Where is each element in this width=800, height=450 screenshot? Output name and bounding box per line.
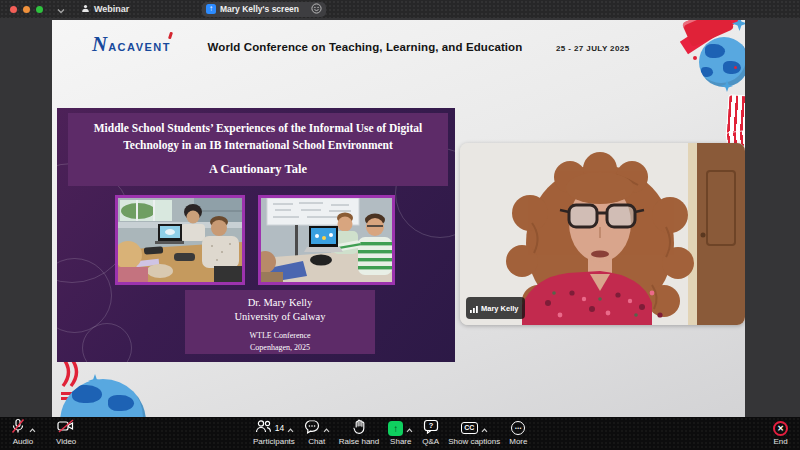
participant-name-label: Mary Kelly (466, 297, 525, 319)
webinar-label: Webinar (94, 4, 129, 14)
audio-button[interactable]: Audio (10, 417, 36, 446)
raised-hand-icon (353, 419, 366, 438)
meeting-toolbar: Audio Video (0, 417, 800, 450)
qa-button[interactable]: ? Q&A (422, 417, 439, 446)
video-button[interactable]: Video (56, 417, 76, 446)
shared-screen-tab[interactable]: ↑ Mary Kelly's screen (202, 2, 326, 17)
slide-title: Middle School Students’ Experiences of t… (80, 120, 436, 153)
conference-title: World Conference on Teaching, Learning, … (190, 41, 540, 53)
captions-chevron-icon[interactable] (481, 419, 488, 437)
menubar: Webinar ↑ Mary Kelly's screen (0, 0, 800, 18)
end-meeting-button[interactable]: ✕ End (773, 417, 788, 446)
sparkle-icon (732, 20, 745, 35)
participant-name: Mary Kelly (481, 304, 519, 313)
share-button[interactable]: ↑ Share (388, 417, 413, 446)
reactions-smiley-icon[interactable] (311, 0, 322, 18)
participants-chevron-icon[interactable] (287, 419, 294, 437)
audio-options-chevron-icon[interactable] (29, 419, 36, 437)
conference-header: N ACAVENT World Conference on Teaching, … (52, 20, 745, 98)
zoom-webinar-window: Webinar ↑ Mary Kelly's screen N ACAVENT … (0, 0, 800, 450)
slide-title-box: Middle School Students’ Experiences of t… (68, 113, 448, 186)
share-screen-icon: ↑ (388, 421, 403, 436)
author-affiliation: University of Galway (185, 310, 375, 324)
participants-count: 14 (275, 423, 284, 433)
participants-button[interactable]: 14 Participants (253, 417, 295, 446)
shared-screen-tab-label: Mary Kelly's screen (220, 4, 307, 14)
webinar-menu[interactable]: Webinar (81, 4, 129, 15)
captions-button[interactable]: CC Show captions (448, 417, 500, 446)
chat-button[interactable]: Chat (304, 417, 330, 446)
raise-hand-button[interactable]: Raise hand (339, 417, 379, 446)
minimize-window-button[interactable] (23, 6, 30, 13)
svg-text:?: ? (428, 421, 433, 430)
webinar-grid-icon (81, 4, 90, 15)
logo-mark: N (92, 34, 107, 55)
red-dot-decoration (734, 66, 737, 69)
classroom-photo-left (115, 195, 245, 285)
sparkle-icon (721, 78, 733, 96)
slide-author-box: Dr. Mary Kelly University of Galway WTLE… (185, 290, 375, 354)
chevron-down-icon[interactable] (57, 0, 65, 18)
closed-captions-icon: CC (461, 422, 478, 434)
camera-muted-icon (57, 419, 75, 437)
presentation-slide: Middle School Students’ Experiences of t… (57, 108, 455, 362)
more-button[interactable]: ••• More (509, 417, 527, 446)
classroom-photo-right (258, 195, 395, 285)
qa-icon: ? (423, 419, 439, 438)
window-controls (10, 6, 43, 13)
end-meeting-icon: ✕ (773, 421, 788, 436)
acavent-logo: N ACAVENT (92, 34, 171, 55)
conference-dates: 25 - 27 JULY 2025 (556, 44, 630, 53)
screen-share-icon: ↑ (206, 4, 216, 14)
shared-screen-view: N ACAVENT World Conference on Teaching, … (52, 20, 745, 417)
slide-subtitle: A Cautionary Tale (80, 162, 436, 177)
author-name: Dr. Mary Kelly (185, 296, 375, 310)
share-chevron-icon[interactable] (406, 419, 413, 437)
participants-icon (254, 419, 272, 437)
more-options-icon: ••• (511, 421, 525, 435)
logo-wordmark: ACAVENT (108, 41, 171, 53)
fullscreen-window-button[interactable] (36, 6, 43, 13)
red-dot-decoration (693, 56, 697, 60)
logo-red-tick (168, 32, 173, 40)
audio-level-icon (470, 299, 478, 317)
conference-name: WTLE Conference (185, 330, 375, 341)
participant-video-tile[interactable]: Mary Kelly (460, 143, 745, 325)
microphone-muted-icon (10, 418, 26, 438)
conference-location: Copenhagen, 2025 (185, 342, 375, 353)
chat-bubble-icon (304, 419, 320, 438)
chat-chevron-icon[interactable] (323, 419, 330, 437)
close-window-button[interactable] (10, 6, 17, 13)
